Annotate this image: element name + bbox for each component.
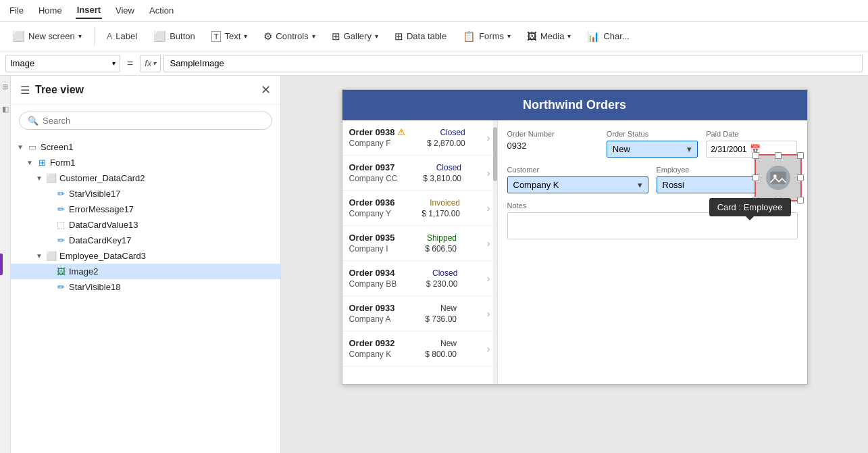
app-preview: Northwind Orders Order 0938 ⚠ Company F …	[342, 89, 808, 385]
order-number-label: Order Number	[507, 130, 598, 138]
canvas-area: Northwind Orders Order 0938 ⚠ Company F …	[281, 76, 868, 453]
menu-action[interactable]: Action	[148, 3, 175, 18]
handle-top-left[interactable]	[752, 152, 759, 159]
fx-label: fx	[145, 58, 151, 68]
tree-label-starvisible17: StarVisible17	[69, 189, 120, 199]
menu-view[interactable]: View	[114, 3, 136, 18]
datacard-icon-2: ⬜	[46, 251, 57, 261]
handle-top-right[interactable]	[797, 152, 804, 159]
property-dropdown[interactable]: Image ▾	[5, 55, 120, 72]
forms-button[interactable]: 📋 Forms ▾	[456, 27, 517, 46]
handle-top-mid[interactable]	[775, 152, 782, 159]
text-icon: T	[211, 31, 222, 42]
button-button[interactable]: ⬜ Button	[147, 27, 202, 46]
tree-label-datacardvalue13: DataCardValue13	[69, 220, 138, 230]
tree-item-image2[interactable]: 🖼 Image2	[11, 264, 280, 279]
media-button[interactable]: 🖼 Media ▾	[520, 27, 578, 45]
handle-bottom-right[interactable]	[797, 197, 804, 204]
app-header: Northwind Orders	[342, 90, 807, 120]
datacard-icon: ⬜	[46, 173, 57, 183]
equals-symbol: =	[123, 57, 137, 70]
image-placeholder	[766, 166, 790, 190]
tree-item-starvisible17[interactable]: ✏ StarVisible17	[11, 186, 280, 201]
tree-item-datacardvalue13[interactable]: ⬚ DataCardValue13	[11, 217, 280, 233]
input-icon: ⬚	[55, 220, 66, 230]
tree-item-errormessage17[interactable]: ✏ ErrorMessage17	[11, 201, 280, 217]
image-icon: 🖼	[55, 266, 66, 277]
tree-panel-header-left: ☰ Tree view	[20, 84, 84, 97]
order-item-0934[interactable]: Order 0934 Company BB Closed $ 230.00 ›	[342, 261, 497, 296]
customer-dropdown[interactable]: Company K ▾	[507, 176, 648, 193]
main-layout: ⊞ ◧ ☰ Tree view ✕ 🔍 ▼ ▭ Screen1 ▼	[0, 76, 868, 453]
tree-item-datacardkey17[interactable]: ✏ DataCardKey17	[11, 233, 280, 248]
new-screen-button[interactable]: ⬜ New screen ▾	[5, 27, 88, 46]
icon-sidebar: ⊞ ◧	[0, 76, 11, 453]
formula-input[interactable]	[163, 55, 863, 72]
text-button[interactable]: T Text ▾	[205, 28, 255, 45]
data-table-button[interactable]: ⊞ Data table	[388, 27, 453, 46]
order-item-0932[interactable]: Order 0932 Company K New $ 800.00 ›	[342, 331, 497, 366]
order-item-0937[interactable]: Order 0937 Company CC Closed $ 3,810.00 …	[342, 156, 497, 191]
tree-label-datacardkey17: DataCardKey17	[69, 235, 132, 245]
screen-icon: ▭	[27, 142, 38, 152]
tree-label-starvisible18: StarVisible18	[69, 282, 120, 292]
new-screen-icon: ⬜	[12, 30, 25, 43]
gallery-button[interactable]: ⊞ Gallery ▾	[325, 27, 385, 46]
tree-item-form1[interactable]: ▼ ⊞ Form1	[11, 155, 280, 170]
tree-panel-header: ☰ Tree view ✕	[11, 76, 280, 105]
image-card-container[interactable]	[755, 154, 802, 201]
menu-insert[interactable]: Insert	[76, 2, 102, 19]
fx-button[interactable]: fx ▾	[140, 55, 161, 72]
button-icon: ⬜	[153, 30, 166, 43]
chevron-icon-0935: ›	[487, 238, 490, 249]
tree-item-screen1[interactable]: ▼ ▭ Screen1	[11, 139, 280, 155]
handle-mid-right[interactable]	[797, 174, 804, 181]
list-scrollbar[interactable]	[493, 120, 497, 384]
detail-field-customer: Customer Company K ▾	[507, 166, 648, 193]
order-item-0936[interactable]: Order 0936 Company Y Invoiced $ 1,170.00…	[342, 191, 497, 226]
chevron-icon-0938: ›	[487, 133, 490, 143]
tree-item-starvisible18[interactable]: ✏ StarVisible18	[11, 279, 280, 295]
order-number-value: 0932	[507, 141, 598, 151]
menu-home[interactable]: Home	[37, 3, 63, 18]
handle-mid-left[interactable]	[752, 174, 759, 181]
tree-label-errormessage17: ErrorMessage17	[69, 204, 134, 214]
order-item-0933[interactable]: Order 0933 Company A New $ 736.00 ›	[342, 296, 497, 331]
list-scrollbar-thumb[interactable]	[493, 127, 497, 181]
order-status-dropdown[interactable]: New ▾	[607, 141, 698, 158]
order-status-label: Order Status	[607, 130, 698, 138]
order-item-0935[interactable]: Order 0935 Company I Shipped $ 606.50 ›	[342, 226, 497, 261]
image-card-inner	[756, 156, 800, 200]
menu-file[interactable]: File	[8, 3, 25, 18]
hamburger-icon[interactable]: ☰	[20, 84, 30, 97]
tree-label-customer-datacard2: Customer_DataCard2	[59, 173, 145, 183]
order-detail: Order Number 0932 Order Status New ▾ Pai…	[498, 120, 807, 384]
paid-date-label: Paid Date	[706, 130, 797, 138]
app-body: Order 0938 ⚠ Company F Closed $ 2,870.00…	[342, 120, 807, 384]
tree-container: ▼ ▭ Screen1 ▼ ⊞ Form1 ▼ ⬜ Customer_DataC…	[11, 137, 280, 453]
tree-label-form1: Form1	[50, 158, 76, 168]
chevron-icon-0937: ›	[487, 168, 490, 178]
order-status-dropdown-arrow: ▾	[687, 144, 692, 154]
edit-icon-1: ✏	[55, 189, 66, 199]
tree-panel-close-button[interactable]: ✕	[261, 82, 271, 97]
order-item-0938[interactable]: Order 0938 ⚠ Company F Closed $ 2,870.00…	[342, 120, 497, 156]
sidebar-layers-icon[interactable]: ⊞	[2, 82, 8, 91]
controls-button[interactable]: ⚙ Controls ▾	[257, 27, 322, 46]
gallery-icon: ⊞	[332, 30, 340, 43]
tree-label-employee-datacard3: Employee_DataCard3	[59, 251, 146, 261]
chevron-icon-0933: ›	[487, 308, 490, 319]
separator-1	[94, 27, 95, 46]
detail-field-order-status: Order Status New ▾	[607, 130, 698, 158]
search-input[interactable]	[43, 116, 263, 126]
tree-item-customer-datacard2[interactable]: ▼ ⬜ Customer_DataCard2	[11, 170, 280, 186]
chevron-icon-0932: ›	[487, 343, 490, 354]
tree-item-employee-datacard3[interactable]: ▼ ⬜ Employee_DataCard3	[11, 248, 280, 264]
tree-arrow-customer-datacard2: ▼	[35, 174, 43, 182]
form-icon: ⊞	[36, 158, 47, 168]
tree-panel: ☰ Tree view ✕ 🔍 ▼ ▭ Screen1 ▼ ⊞ Form1	[11, 76, 281, 453]
tree-arrow-employee-datacard3: ▼	[35, 252, 43, 260]
label-button[interactable]: A Label	[100, 28, 144, 45]
sidebar-components-icon[interactable]: ◧	[2, 105, 9, 114]
chart-button[interactable]: 📊 Char...	[580, 27, 636, 46]
